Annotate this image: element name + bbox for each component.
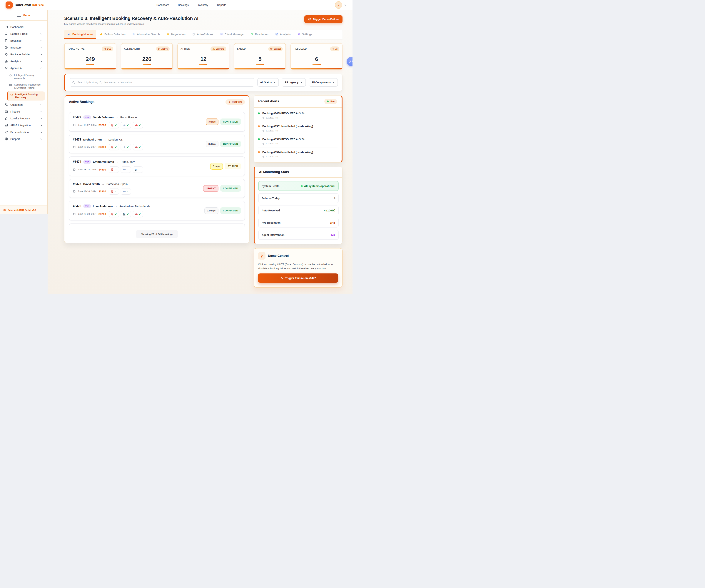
sidebar-item-label: Analytics — [10, 60, 21, 63]
booking-card[interactable]: #8474 VIP Emma Williams Rome, Italy June… — [69, 156, 245, 176]
status-filter[interactable]: All Status — [257, 78, 279, 87]
sidebar-item[interactable]: Package Builder — [2, 51, 45, 58]
booking-dates: June 15-22, 2024 — [78, 124, 96, 127]
sidebar-item-label: Bookings — [10, 39, 21, 42]
sidebar-item[interactable]: Support — [2, 136, 45, 142]
sidebar-item[interactable]: Search & Book — [2, 30, 45, 37]
chevron-icon — [40, 131, 43, 134]
sidebar-item[interactable]: Agentic AI — [2, 64, 45, 72]
monitoring-row: System Health All systems operational — [258, 181, 339, 191]
chevron-down-icon[interactable] — [344, 3, 347, 6]
sidebar-item[interactable]: Personalization — [2, 129, 45, 136]
stat-bottom-bar — [234, 68, 286, 70]
top-nav-link[interactable]: Bookings — [178, 3, 189, 6]
booking-card[interactable]: #8472 VIP Sarah Johnson Paris, France Ju… — [69, 112, 245, 132]
brand-suffix: B2B Portal — [33, 4, 44, 6]
trigger-demo-failure-button[interactable]: Trigger Demo Failure — [304, 15, 342, 23]
component-icon — [135, 124, 138, 127]
booking-dates: June 20-25, 2024 — [78, 145, 96, 148]
search-input[interactable] — [69, 78, 254, 87]
sidebar-item-icon — [4, 25, 8, 29]
alert-circle-icon — [308, 17, 311, 21]
sidebar-item[interactable]: Analytics — [2, 58, 45, 64]
vip-badge: VIP — [83, 204, 91, 208]
main-content: Scenario 3: Intelligent Booking Recovery… — [48, 10, 352, 294]
sidebar-item[interactable]: Customers — [2, 101, 45, 108]
monitoring-label: Auto-Resolved — [262, 209, 280, 212]
page-title: Scenario 3: Intelligent Booking Recovery… — [64, 16, 198, 21]
client-name: David Smith — [83, 182, 100, 186]
sidebar-item[interactable]: Dashboard — [2, 24, 45, 30]
tab[interactable]: Booking Monitor — [64, 30, 96, 39]
booking-price: $2800 — [98, 190, 106, 193]
sidebar-subitem-label: Intelligent Package Assembly — [14, 74, 43, 80]
top-nav-link[interactable]: Dashboard — [156, 3, 169, 6]
live-badge: Live — [324, 99, 337, 104]
stat-underline — [199, 64, 207, 65]
booking-id: #8473 — [73, 138, 81, 141]
tab[interactable]: Client Message — [217, 30, 247, 39]
sidebar-item-icon — [4, 110, 8, 113]
booking-id: #8472 — [73, 116, 81, 119]
sidebar-item-icon — [4, 137, 8, 141]
sidebar-item-icon — [4, 59, 8, 63]
partial-booking-card — [69, 223, 245, 227]
trigger-failure-button[interactable]: Trigger Failure on #8472 — [258, 273, 338, 283]
tab[interactable]: Negotiation — [163, 30, 189, 39]
filter-bar: All Status All Urgency All Components — [64, 74, 342, 91]
urgency-filter[interactable]: All Urgency — [282, 78, 306, 87]
sidebar-item[interactable]: Finance — [2, 108, 45, 115]
top-nav-link[interactable]: Inventory — [197, 3, 208, 6]
sidebar-item[interactable]: API & Integration — [2, 122, 45, 129]
avatar[interactable]: U — [335, 1, 342, 9]
component-icon — [135, 168, 138, 171]
calendar-icon — [73, 124, 76, 127]
tab[interactable]: Settings — [294, 30, 316, 39]
tab[interactable]: Resolution — [247, 30, 272, 39]
sidebar-item-label: Customers — [10, 103, 23, 106]
sidebar-item-label: Dashboard — [10, 26, 23, 29]
component-icon — [123, 168, 126, 171]
urgency-badge: 3 days — [206, 119, 219, 125]
sidebar-item[interactable]: Bookings — [2, 37, 45, 44]
tab[interactable]: Failure Detection — [96, 30, 129, 39]
stat-badge: AI — [330, 46, 339, 51]
ratehawk-logo-icon — [6, 1, 13, 8]
component-chip — [133, 167, 143, 173]
menu-toggle[interactable]: Menu — [0, 10, 47, 20]
sidebar-subitem[interactable]: Intelligent Booking Recovery — [7, 91, 45, 101]
status-badge: CONFIRMED — [220, 185, 241, 192]
sidebar-item-icon — [4, 124, 8, 127]
alert-item: Booking #8489 RESOLVED in 3:24 10:06:27 … — [258, 109, 337, 122]
tab[interactable]: Auto-Rebook — [189, 30, 217, 39]
menu-label: Menu — [23, 14, 30, 17]
booking-card[interactable]: #8475 David Smith Barcelona, Spain June … — [69, 179, 245, 198]
stat-badge: 24/7 — [102, 46, 113, 51]
tab[interactable]: Alternative Search — [129, 30, 163, 39]
booking-card[interactable]: #8473 Michael Chen London, UK June 20-25… — [69, 135, 245, 153]
tab-label: Analysis — [280, 33, 291, 36]
sidebar-item[interactable]: Inventory — [2, 44, 45, 51]
tab[interactable]: Analysis — [272, 30, 294, 39]
booking-dates: June 25-30, 2024 — [78, 213, 96, 215]
vip-badge: VIP — [83, 160, 91, 164]
stat-underline — [256, 64, 264, 65]
booking-price: $5200 — [98, 124, 106, 127]
arrow-icon — [115, 205, 117, 208]
component-icon — [123, 190, 126, 193]
alert-item: Booking #8543 RESOLVED in 3:24 10:06:27 … — [258, 135, 337, 148]
component-chip — [121, 167, 131, 173]
booking-price: $3800 — [98, 145, 106, 148]
sidebar-subitem[interactable]: Competitive Intelligence & Dynamic Prici… — [7, 82, 45, 91]
sidebar-item[interactable]: Loyalty Program — [2, 115, 45, 122]
arrow-icon — [102, 183, 104, 185]
sidebar-subitem[interactable]: Intelligent Package Assembly — [7, 72, 45, 82]
sidebar-item-label: API & Integration — [10, 124, 31, 127]
alert-text: Booking #8489 RESOLVED in 3:24 — [262, 111, 304, 115]
sidebar-subitem-icon — [9, 84, 12, 86]
stat-cards: TOTAL ACTIVE 24/7 249 ALL HEALTHY — [64, 43, 342, 70]
top-nav-link[interactable]: Reports — [217, 3, 226, 6]
stat-bottom-bar — [121, 68, 173, 70]
booking-card[interactable]: #8476 VIP Lisa Anderson Amsterdam, Nethe… — [69, 201, 245, 221]
components-filter[interactable]: All Components — [309, 78, 338, 87]
